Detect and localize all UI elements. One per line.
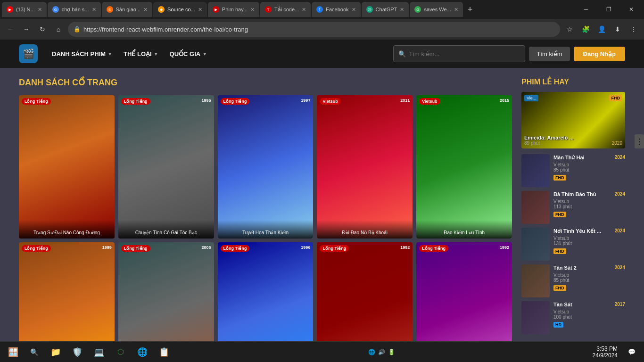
tab-source[interactable]: ◆ Source co... ✕ (153, 2, 207, 17)
extensions-button[interactable]: 🧩 (579, 23, 592, 36)
back-button[interactable]: ← (4, 23, 17, 36)
sidebar-list-item[interactable]: Tàn Sát 2 2024 Vietsub 85 phút FHD (521, 264, 625, 297)
refresh-button[interactable]: ↻ (36, 23, 49, 36)
sidebar-sub: Vietsub (553, 236, 625, 241)
tab-close-facebook[interactable]: ✕ (352, 7, 356, 13)
taskbar-node[interactable]: ⬡ (110, 343, 131, 362)
profile-button[interactable]: 👤 (595, 23, 608, 36)
sidebar: PHIM LẺ HAY Vie... FHD Emicida: Amarelo … (521, 77, 625, 362)
nav-quoc-gia[interactable]: QUỐC GIA ▼ (170, 50, 207, 58)
movie-badge: Lồng Tiếng (121, 245, 150, 252)
taskbar-fileexplorer[interactable]: 📁 (45, 343, 66, 362)
secure-icon: 🔒 (74, 26, 81, 33)
sidebar-thumb (521, 154, 550, 187)
notification-button[interactable]: 💬 (623, 343, 640, 362)
chevron-down-icon-3: ▼ (202, 51, 207, 57)
tab-close-tai[interactable]: ✕ (302, 7, 306, 13)
tab-youtube[interactable]: ▶ (13) N... ✕ (2, 2, 47, 17)
sidebar-year: 2017 (615, 301, 625, 307)
site-logo[interactable]: 🎬 (19, 44, 38, 63)
tab-close-saves[interactable]: ✕ (454, 7, 458, 13)
sidebar-list-item[interactable]: Màn Thứ Hai 2024 Vietsub 85 phút FHD (521, 154, 625, 187)
main-content: DANH SÁCH CỔ TRANG Lồng Tiếng Trạng Sư Đ… (0, 68, 644, 362)
movie-year: 1992 (400, 245, 410, 250)
tab-phim[interactable]: ▶ Phim hay... ✕ (208, 2, 259, 17)
sidebar-list-item[interactable]: Bà Thím Báo Thù 2024 Vietsub 113 phút FH… (521, 191, 625, 224)
url-text: https://frontend-react-webfilm.onrender.… (83, 26, 554, 33)
sidebar-duration: 85 phút (553, 278, 625, 283)
close-button[interactable]: ✕ (620, 0, 642, 19)
tab-close-chatgpt[interactable]: ✕ (400, 7, 404, 13)
home-button[interactable]: ⌂ (52, 23, 65, 36)
sidebar-year: 2024 (615, 191, 625, 197)
sidebar-duration: 131 phút (553, 241, 625, 246)
search-input[interactable] (409, 50, 520, 58)
login-button[interactable]: Đăng Nhập (574, 47, 625, 61)
source-icon: ◆ (158, 6, 165, 13)
tab-close-youtube[interactable]: ✕ (38, 7, 42, 13)
sidebar-sub: Vietsub (553, 309, 625, 314)
scroll-indicator[interactable]: ⋮ (635, 134, 644, 148)
movie-year: 1996 (301, 245, 310, 250)
movie-card[interactable]: Lồng Tiếng Trạng Sư Đại Náo Công Đường (19, 95, 115, 239)
tab-title-phim: Phim hay... (222, 7, 248, 12)
featured-movie[interactable]: Vie... FHD Emicida: Amarelo ... 89 phút … (521, 92, 625, 148)
nav-the-loai[interactable]: THỂ LOẠI ▼ (124, 50, 158, 58)
taskbar-search-button[interactable]: 🔍 (25, 343, 43, 362)
movie-badge: Lồng Tiếng (221, 98, 250, 105)
taskbar-vscode[interactable]: 💻 (89, 343, 109, 362)
download-button[interactable]: ⬇ (611, 23, 624, 36)
movie-card[interactable]: Vietsub 2011 Đời Đao Nữ Bộ Khoái (317, 95, 413, 239)
taskbar-tasks[interactable]: 📋 (154, 343, 174, 362)
battery-icon: 🔋 (388, 349, 395, 355)
site-nav: 🎬 DANH SÁCH PHIM ▼ THỂ LOẠI ▼ QUỐC GIA ▼… (0, 40, 644, 68)
sidebar-info: Bà Thím Báo Thù 2024 Vietsub 113 phút FH… (553, 191, 625, 224)
sidebar-thumb (521, 191, 550, 224)
new-tab-button[interactable]: + (464, 5, 477, 15)
tab-close-phim[interactable]: ✕ (250, 7, 255, 13)
sidebar-year: 2024 (615, 228, 625, 234)
sidebar-duration: 100 phút (553, 314, 625, 320)
network-icon: 🌐 (368, 349, 375, 355)
search-button[interactable]: Tìm kiếm (529, 47, 570, 61)
url-bar[interactable]: 🔒 https://frontend-react-webfilm.onrende… (68, 22, 560, 37)
movie-year: 1995 (202, 98, 211, 103)
taskbar-clock: 3:53 PM 24/9/2024 (589, 346, 621, 359)
tab-title-saves: saves We... (424, 7, 451, 12)
taskbar-security[interactable]: 🛡️ (67, 343, 88, 362)
tab-title-tai: Tải code... (274, 7, 299, 13)
sidebar-sub: Vietsub (553, 272, 625, 278)
sidebar-movie-title: Tàn Sát 2 2024 (553, 264, 625, 271)
start-button[interactable]: 🪟 (4, 343, 23, 362)
movie-title-overlay: Tuyết Hoa Thần Kiếm (218, 220, 314, 239)
tab-chatgpt[interactable]: ◎ ChatGPT ✕ (362, 2, 409, 17)
sidebar-thumb (521, 228, 550, 261)
tab-saves[interactable]: G saves We... ✕ (410, 2, 462, 17)
maximize-button[interactable]: ❒ (598, 0, 619, 19)
movie-card[interactable]: Vietsub 2015 Đao Kiếm Lưu Tình (416, 95, 512, 239)
tab-close-source[interactable]: ✕ (198, 7, 202, 13)
sidebar-duration: 85 phút (553, 167, 625, 173)
tab-tai[interactable]: T Tải code... ✕ (260, 2, 311, 17)
minimize-button[interactable]: ─ (575, 0, 597, 19)
taskbar-chrome[interactable]: 🌐 (132, 343, 153, 362)
sidebar-list-item[interactable]: Tàn Sát 2017 Vietsub 100 phút HD (521, 301, 625, 334)
address-bar: ← → ↻ ⌂ 🔒 https://frontend-react-webfilm… (0, 19, 644, 40)
tab-cho[interactable]: G chợ bán s... ✕ (48, 2, 101, 17)
sidebar-list: Màn Thứ Hai 2024 Vietsub 85 phút FHD Bà … (521, 154, 625, 334)
nav-search: 🔍 Tìm kiếm Đăng Nhập (393, 45, 625, 62)
movie-card[interactable]: Lồng Tiếng 1995 Chuyện Tình Cô Gái Tóc B… (118, 95, 214, 239)
settings-button[interactable]: ⋮ (627, 23, 640, 36)
forward-button[interactable]: → (20, 23, 33, 36)
sidebar-list-item[interactable]: Nơi Tình Yêu Kết ... 2024 Vietsub 131 ph… (521, 228, 625, 261)
chatgpt-icon: ◎ (366, 6, 373, 13)
tab-close-cho[interactable]: ✕ (92, 7, 96, 13)
tab-facebook[interactable]: f Facebook ✕ (312, 2, 360, 17)
nav-danh-sach-phim[interactable]: DANH SÁCH PHIM ▼ (52, 50, 112, 58)
tai-icon: T (265, 6, 272, 13)
bookmark-button[interactable]: ☆ (563, 23, 576, 36)
movie-card[interactable]: Lồng Tiếng 1997 Tuyết Hoa Thần Kiếm (218, 95, 314, 239)
tab-san[interactable]: S Sàn giao... ✕ (102, 2, 153, 17)
sidebar-quality-badge: FHD (553, 248, 566, 254)
tab-close-san[interactable]: ✕ (143, 7, 148, 13)
